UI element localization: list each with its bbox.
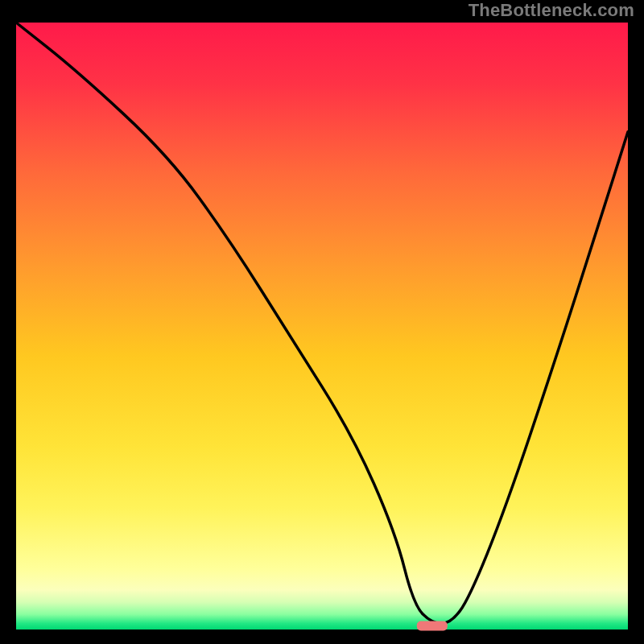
watermark-label: TheBottleneck.com — [469, 0, 634, 21]
optimal-marker — [417, 621, 448, 631]
chart-svg — [0, 0, 644, 644]
chart-stage: TheBottleneck.com — [0, 0, 644, 644]
plot-background — [16, 23, 628, 630]
